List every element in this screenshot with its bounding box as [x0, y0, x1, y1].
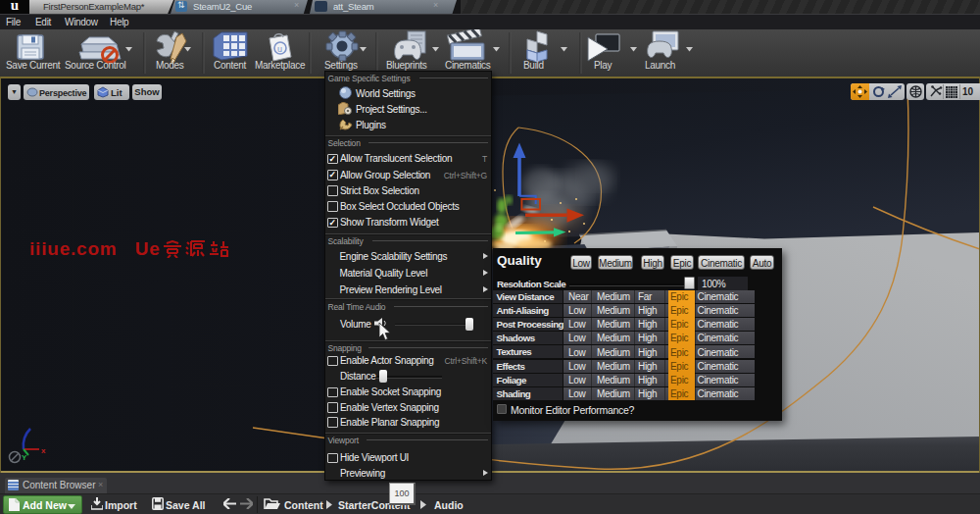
svg-text:u: u	[277, 44, 282, 54]
svg-text:Y: Y	[22, 453, 27, 462]
svg-text:x: x	[41, 446, 46, 455]
